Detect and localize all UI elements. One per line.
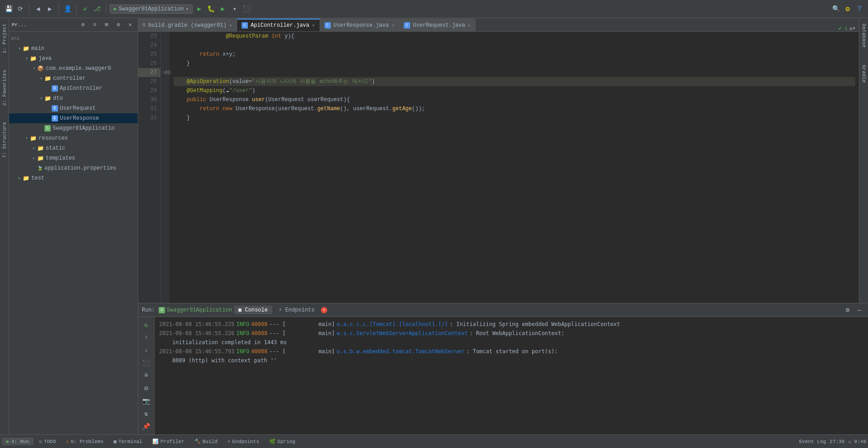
tree-item-com[interactable]: ▾ 📦 com.example.swagger0	[9, 63, 138, 73]
endpoints-bbar-icon: ⚡	[228, 438, 231, 444]
bbar-tab-build[interactable]: 🔨 Build	[190, 438, 222, 445]
bbar-tab-profiler[interactable]: 📊 Profiler	[148, 438, 189, 445]
tab-close-userresponse[interactable]: ✕	[392, 23, 394, 28]
log-class-2: w.s.c.ServletWebServerApplicationContext	[337, 329, 468, 338]
tab-close-build-gradle[interactable]: ✕	[229, 23, 232, 28]
run-minimize-icon[interactable]: —	[854, 305, 864, 315]
toolbar-icon-git[interactable]: ⎇	[92, 4, 102, 14]
endpoints-label: Endpoints	[285, 307, 315, 313]
sidebar-gear-icon[interactable]: ⚙	[113, 20, 123, 30]
log-level-1: INFO	[236, 320, 249, 329]
wrap-icon[interactable]: ≡	[141, 370, 151, 380]
tree-item-dto[interactable]: ▾ 📁 dto	[9, 93, 138, 103]
bbar-tab-problems[interactable]: ⚠ 6: Problems	[61, 438, 108, 445]
tree-label-java: java	[39, 55, 52, 62]
sidebar-settings-icon[interactable]: ⚙	[78, 20, 88, 30]
ln-29: 29	[138, 86, 160, 95]
run-button[interactable]: ▶	[194, 4, 204, 14]
tree-label-appprops: application.properties	[44, 165, 116, 171]
tree-item-test[interactable]: ▸ 📁 test	[9, 173, 138, 183]
toolbar-icon-back[interactable]: ◀	[33, 4, 43, 14]
breadcrumb-up[interactable]: ▲	[849, 26, 853, 31]
bbar-tab-todo[interactable]: ☑ TODO	[34, 438, 60, 445]
code-content[interactable]: @RequestParam int y){ return x+y;	[170, 32, 859, 303]
filter-icon[interactable]: ⊟	[141, 383, 151, 393]
bottom-tab-endpoints[interactable]: ⚡ Endpoints	[274, 306, 319, 314]
vtab-database[interactable]: Database	[860, 20, 868, 51]
console-text[interactable]: 2021-08-08 15:46:55.225 INFO 40008 --- […	[155, 317, 868, 448]
tree-item-apicontroller[interactable]: ▸ C ApiController	[9, 83, 138, 93]
tree-label-test: test	[31, 175, 44, 181]
sidebar-collapse-icon[interactable]: ≡	[90, 20, 100, 30]
pin-icon[interactable]: 📌	[141, 421, 151, 431]
toolbar-icon-user[interactable]: 👤	[63, 4, 73, 14]
tree-item-swagger01app[interactable]: ▸ S Swagger01Applicatio	[9, 123, 138, 133]
tab-userrequest[interactable]: C UserRequest.java ✕	[399, 19, 475, 31]
tab-userresponse[interactable]: C UserResponse.java ✕	[320, 19, 399, 31]
log-line-1: 2021-08-08 15:46:55.225 INFO 40008 --- […	[159, 320, 863, 329]
console-left-toolbar: ↻ ↑ ↓ ⬛ ≡ ⊟ 📷 ⇅ 📌 >>	[138, 317, 155, 448]
help-icon[interactable]: ?	[854, 4, 864, 14]
run-config-selector[interactable]: ▶ Swagger01Application ▾	[110, 5, 193, 14]
spring-icon-app: S	[44, 125, 51, 131]
stop-button[interactable]: ⬛	[242, 4, 252, 14]
tree-item-templates[interactable]: ▸ 📁 templates	[9, 153, 138, 163]
toolbar-icon-save[interactable]: 💾	[4, 4, 14, 14]
debug-button[interactable]: 🐛	[206, 4, 216, 14]
code-line-31: }	[174, 113, 855, 122]
more-icon[interactable]: ⇅	[141, 409, 151, 419]
log-thread-2: main]	[319, 329, 335, 338]
bottom-tab-console[interactable]: ▣ Console	[234, 306, 272, 314]
run-settings-icon[interactable]: ⚙	[843, 305, 853, 315]
tree-item-src[interactable]: src	[9, 34, 138, 44]
tree-item-resources[interactable]: ▾ 📁 resources	[9, 133, 138, 143]
sidebar-close-icon[interactable]: ✕	[125, 20, 135, 30]
tree-item-userrequest[interactable]: ▸ C UserRequest	[9, 103, 138, 113]
folder-icon-templates: 📁	[37, 155, 44, 162]
sidebar-scope-icon[interactable]: ⊞	[102, 20, 112, 30]
editor-top-section: G build.gradle (swagger01) ✕ C ApiContro…	[138, 18, 868, 303]
close-run-tab[interactable]: ✕	[321, 307, 327, 313]
java-icon-apicontroller: C	[52, 85, 58, 92]
tree-item-main[interactable]: ▾ 📁 main	[9, 44, 138, 54]
scroll-down-icon[interactable]: ↓	[141, 345, 151, 355]
tree-item-userresponse[interactable]: ▸ C UserResponse	[9, 113, 138, 123]
bbar-tab-terminal[interactable]: ▣ Terminal	[109, 438, 147, 445]
tree-item-controller[interactable]: ▾ 📁 controller	[9, 73, 138, 83]
search-icon[interactable]: 🔍	[831, 4, 841, 14]
toolbar-icon-forward[interactable]: ▶	[45, 4, 55, 14]
more-run-options[interactable]: ▾	[230, 4, 240, 14]
tab-apicontroller[interactable]: C ApiController.java ✕	[237, 19, 320, 31]
tree-item-java[interactable]: ▾ 📁 java	[9, 54, 138, 63]
ln-30: 30	[138, 95, 160, 104]
vtab-structure[interactable]: 7: Structure	[1, 118, 8, 161]
bbar-tab-run[interactable]: ▶ 4: Run	[2, 438, 34, 445]
tree-item-appprops[interactable]: ▸ 🍃 application.properties	[9, 163, 138, 173]
tab-build-gradle[interactable]: G build.gradle (swagger01) ✕	[138, 19, 237, 31]
toolbar-icon-checkmark[interactable]: ✔	[80, 4, 90, 14]
run-coverage-button[interactable]: ▶	[218, 4, 228, 14]
camera-icon[interactable]: 📷	[141, 396, 151, 406]
event-log-link[interactable]: Event Log	[799, 439, 826, 444]
tree-item-static[interactable]: ▸ 📁 static	[9, 143, 138, 153]
sidebar-toolbar: Pr... ⚙ ≡ ⊞ ⚙ ✕	[9, 18, 138, 32]
toolbar-icon-reload[interactable]: ⟳	[15, 4, 25, 14]
tab-close-apicontroller[interactable]: ✕	[312, 23, 315, 28]
log-class-3: o.s.b.w.embedded.tomcat.TomcatWebServer	[337, 347, 465, 356]
rerun-icon[interactable]: ↻	[141, 320, 151, 330]
tree-label-controller: controller	[53, 75, 86, 82]
vtab-gradle[interactable]: Gradle	[860, 61, 868, 87]
tab-close-userrequest[interactable]: ✕	[468, 23, 470, 28]
bbar-tab-endpoints[interactable]: ⚡ Endpoints	[223, 438, 264, 445]
bbar-tab-spring[interactable]: 🌿 Spring	[265, 438, 300, 445]
toolbar-sep-2	[58, 4, 59, 15]
log-level-3: INFO	[236, 347, 249, 356]
tree-label-resources: resources	[39, 135, 68, 141]
settings-icon[interactable]: ⚙	[843, 4, 853, 14]
tree-arrow-com: ▾	[31, 66, 37, 71]
vtab-favorites[interactable]: 2: Favorites	[1, 66, 8, 109]
breadcrumb-down[interactable]: ▼	[852, 26, 855, 31]
stop-icon[interactable]: ⬛	[141, 358, 151, 368]
scroll-up-icon[interactable]: ↑	[141, 332, 151, 342]
vtab-project[interactable]: 1: Project	[1, 20, 8, 57]
